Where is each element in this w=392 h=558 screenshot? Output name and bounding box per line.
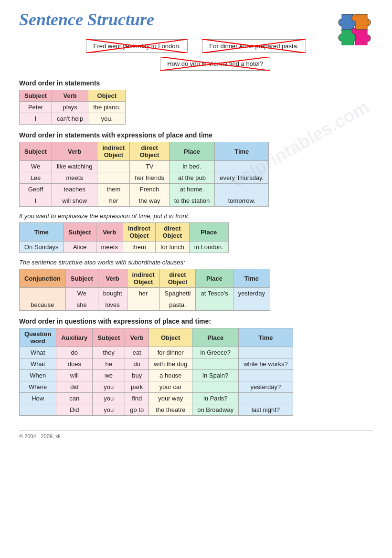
- s1-r1-verb: plays: [52, 102, 88, 113]
- s5-h-auxiliary: Auxiliary: [56, 328, 93, 347]
- s2-h-place: Place: [169, 142, 214, 161]
- s5-r4-verb: park: [125, 381, 149, 393]
- s2-r3-direct: French: [130, 184, 169, 195]
- s3-r1-verb: meets: [96, 242, 123, 253]
- s5-r5-place: in Paris?: [192, 393, 239, 404]
- s5-r6-place: on Broadway: [192, 404, 239, 416]
- s5-r4-aux: did: [56, 381, 93, 393]
- sentence-box-2: For dinner Anne prepared pasta.: [202, 39, 306, 53]
- s5-r1-qword: What: [20, 347, 56, 358]
- s5-r6-subject: you: [93, 404, 125, 416]
- s3-r1-place: in London.: [189, 242, 228, 253]
- s5-r3-object: a house: [149, 370, 192, 381]
- s2-r2-time: every Thursday.: [215, 172, 269, 184]
- s2-h-subject: Subject: [20, 142, 52, 161]
- s5-r5-object: your way: [149, 393, 192, 404]
- s5-r3-qword: When: [20, 370, 56, 381]
- s2-h-indirect: indirectObject: [97, 142, 130, 161]
- s3-r1-subject: Alice: [64, 242, 96, 253]
- s5-r3-aux: will: [56, 370, 93, 381]
- crossed-sentence-3: How do you in Vienna find a hotel?: [160, 57, 270, 71]
- s2-r4-indirect: her: [97, 195, 130, 207]
- s4-r1-place: at Tesco's: [196, 288, 233, 299]
- s3-r1-direct: for lunch: [155, 242, 189, 253]
- s5-r4-time: yesterday?: [239, 381, 293, 393]
- section3-heading: If you want to emphasize the expression …: [19, 212, 373, 220]
- s2-r4-direct: the way: [130, 195, 169, 207]
- s2-h-verb: Verb: [52, 142, 97, 161]
- s4-h-verb: Verb: [98, 269, 127, 288]
- s5-r3-subject: we: [93, 370, 125, 381]
- s2-r2-place: at the pub: [169, 172, 214, 184]
- section4-table: Conjunction Subject Verb indirectObject …: [19, 269, 270, 311]
- s5-r4-qword: Where: [20, 381, 56, 393]
- s5-r5-subject: you: [93, 393, 125, 404]
- s5-r6-object: the theatre: [149, 404, 192, 416]
- section2-heading: Word order in statements with expression…: [19, 131, 373, 139]
- s5-r1-subject: they: [93, 347, 125, 358]
- s4-h-direct: directObject: [159, 269, 196, 288]
- s2-r1-indirect: [97, 161, 130, 172]
- s1-r1-subject: Peter: [20, 102, 52, 113]
- s2-r2-indirect: [97, 172, 130, 184]
- s5-r5-aux: can: [56, 393, 93, 404]
- s2-r4-verb: will show: [52, 195, 97, 207]
- s5-h-verb: Verb: [125, 328, 149, 347]
- s1-header-object: Object: [88, 90, 126, 102]
- s4-r2-indirect: [127, 299, 159, 311]
- s2-r3-place: at home.: [169, 184, 214, 195]
- s5-r2-place: [192, 358, 239, 370]
- s5-r2-verb: do: [125, 358, 149, 370]
- s4-r1-subject: We: [65, 288, 98, 299]
- s1-r2-subject: I: [20, 113, 52, 125]
- s2-r1-verb: like watching: [52, 161, 97, 172]
- sentence-box-3: How do you in Vienna find a hotel?: [160, 57, 270, 71]
- s4-h-subject: Subject: [65, 269, 98, 288]
- s5-r2-qword: What: [20, 358, 56, 370]
- s5-h-subject: Subject: [93, 328, 125, 347]
- s2-r2-verb: meets: [52, 172, 97, 184]
- section5-table: Questionword Auxiliary Subject Verb Obje…: [19, 328, 293, 416]
- section2-table: Subject Verb indirectObject directObject…: [19, 142, 269, 207]
- s5-r1-time: [239, 347, 293, 358]
- s4-r2-conjunction: because: [20, 299, 66, 311]
- s3-r1-indirect: them: [123, 242, 155, 253]
- s5-r5-qword: How: [20, 393, 56, 404]
- s2-r2-subject: Lee: [20, 172, 52, 184]
- s5-r4-object: your car: [149, 381, 192, 393]
- s5-r1-verb: eat: [125, 347, 149, 358]
- crossed-sentence-1: Fred went yesterday to London.: [86, 39, 188, 53]
- s4-h-time: Time: [233, 269, 270, 288]
- sentence-box-1: Fred went yesterday to London.: [86, 39, 188, 53]
- s5-r5-verb: find: [125, 393, 149, 404]
- page-title: Sentence Structure: [19, 10, 373, 30]
- section3-table: Time Subject Verb indirectObject directO…: [19, 222, 229, 253]
- s4-r1-conjunction: [20, 288, 66, 299]
- s5-h-place: Place: [192, 328, 239, 347]
- s2-r1-place: in bed.: [169, 161, 214, 172]
- s1-r2-verb: can't help: [52, 113, 88, 125]
- s2-r3-time: [215, 184, 269, 195]
- s5-r3-verb: buy: [125, 370, 149, 381]
- crossed-sentences-section: Fred went yesterday to London. For dinne…: [19, 39, 373, 71]
- s2-r3-subject: Geoff: [20, 184, 52, 195]
- s3-h-indirect: indirectObject: [123, 223, 155, 242]
- s5-r1-object: for dinner: [149, 347, 192, 358]
- s5-r6-aux: Did: [56, 404, 93, 416]
- section1-heading: Word order in statements: [19, 79, 373, 87]
- s2-r4-time: tomorrow.: [215, 195, 269, 207]
- s1-header-verb: Verb: [52, 90, 88, 102]
- section5-heading: Word order in questions with expressions…: [19, 317, 373, 325]
- s4-h-conjunction: Conjunction: [20, 269, 66, 288]
- s2-r1-subject: We: [20, 161, 52, 172]
- s2-r1-time: [215, 161, 269, 172]
- s2-r4-subject: I: [20, 195, 52, 207]
- s2-h-direct: directObject: [130, 142, 169, 161]
- s4-r1-indirect: her: [127, 288, 159, 299]
- footer: © 2004 - 2009, xii: [19, 430, 373, 439]
- s4-r2-place: [196, 299, 233, 311]
- s5-r2-aux: does: [56, 358, 93, 370]
- s2-r2-direct: her friends: [130, 172, 169, 184]
- s5-r2-time: while he works?: [239, 358, 293, 370]
- s4-r2-verb: loves: [98, 299, 127, 311]
